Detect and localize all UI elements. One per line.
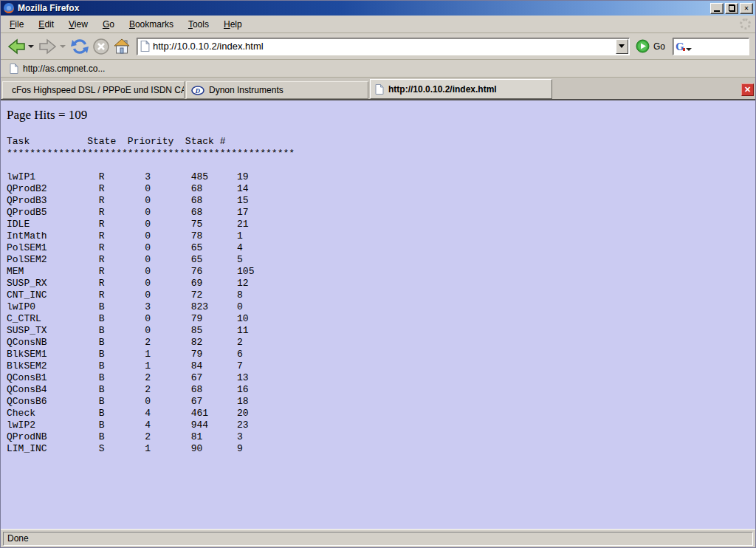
status-bar: Done [1, 529, 755, 547]
back-dropdown-icon[interactable] [28, 45, 34, 48]
firefox-logo-icon [3, 2, 15, 14]
address-input[interactable] [150, 41, 616, 52]
stop-button[interactable] [91, 35, 111, 58]
menu-help[interactable]: Help [216, 16, 250, 32]
tab-dynon[interactable]: D Dynon Instruments [186, 81, 368, 99]
tab-label: http://10.0.10.2/index.html [388, 84, 497, 95]
close-button[interactable]: ✕ [740, 3, 753, 14]
page-hits-text: Page Hits = 109 [7, 108, 749, 123]
address-bar[interactable] [137, 38, 630, 55]
tab-bar: c cFos Highspeed DSL / PPPoE und ISDN CA… [1, 78, 755, 100]
reload-button[interactable] [69, 35, 91, 58]
home-button[interactable] [111, 35, 132, 58]
minimize-button[interactable] [710, 3, 724, 14]
forward-dropdown-icon[interactable] [60, 45, 66, 48]
go-button[interactable]: Go [653, 41, 665, 52]
google-icon[interactable]: G [676, 41, 692, 52]
bookmark-label: http://as.cmpnet.co... [23, 64, 105, 74]
search-box[interactable]: G [673, 38, 749, 55]
stop-icon [92, 38, 110, 55]
tab-cfos[interactable]: c cFos Highspeed DSL / PPPoE und ISDN CA… [2, 81, 185, 99]
tab-label: cFos Highspeed DSL / PPPoE und ISDN CAP.… [12, 85, 185, 95]
throbber-icon [740, 18, 751, 30]
reload-icon [70, 38, 89, 55]
search-input[interactable] [692, 41, 749, 52]
menu-file[interactable]: File [2, 16, 31, 32]
menubar: File Edit View Go Bookmarks Tools Help [1, 16, 755, 33]
tab-index-active[interactable]: http://10.0.10.2/index.html [370, 79, 552, 99]
forward-button[interactable] [37, 35, 59, 58]
search-engine-dropdown-icon[interactable] [686, 48, 692, 51]
restore-button[interactable] [725, 3, 738, 14]
dynon-icon: D [191, 86, 205, 95]
back-icon [7, 38, 26, 55]
minimize-icon [714, 10, 720, 12]
forward-icon [38, 38, 58, 55]
address-dropdown-button[interactable] [616, 39, 628, 54]
status-panel: Done [3, 532, 753, 546]
menu-tools[interactable]: Tools [181, 16, 216, 32]
back-button[interactable] [5, 35, 27, 58]
menu-edit[interactable]: Edit [31, 16, 61, 32]
menu-go[interactable]: Go [95, 16, 122, 32]
restore-icon [729, 5, 735, 11]
menu-bookmarks[interactable]: Bookmarks [122, 16, 181, 32]
page-icon [375, 84, 384, 95]
close-tab-button[interactable]: ✕ [741, 83, 754, 96]
navigation-toolbar: Go G [1, 33, 755, 60]
status-text: Done [7, 533, 29, 544]
page-content: Page Hits = 109 Task State Priority Stac… [1, 100, 755, 529]
tab-label: Dynon Instruments [209, 85, 284, 95]
page-icon [10, 64, 18, 74]
bookmarks-toolbar: http://as.cmpnet.co... [1, 60, 755, 78]
page-icon [140, 41, 150, 52]
svg-text:D: D [195, 87, 201, 95]
menu-view[interactable]: View [61, 16, 95, 32]
go-icon[interactable] [636, 39, 650, 53]
titlebar: Mozilla Firefox ✕ [1, 1, 755, 16]
firefox-window: Mozilla Firefox ✕ File Edit View Go Book… [0, 0, 756, 548]
task-table: Task State Priority Stack # ************… [7, 136, 749, 455]
bookmark-item[interactable]: http://as.cmpnet.co... [5, 62, 109, 75]
window-title: Mozilla Firefox [18, 3, 710, 13]
home-icon [113, 38, 131, 55]
